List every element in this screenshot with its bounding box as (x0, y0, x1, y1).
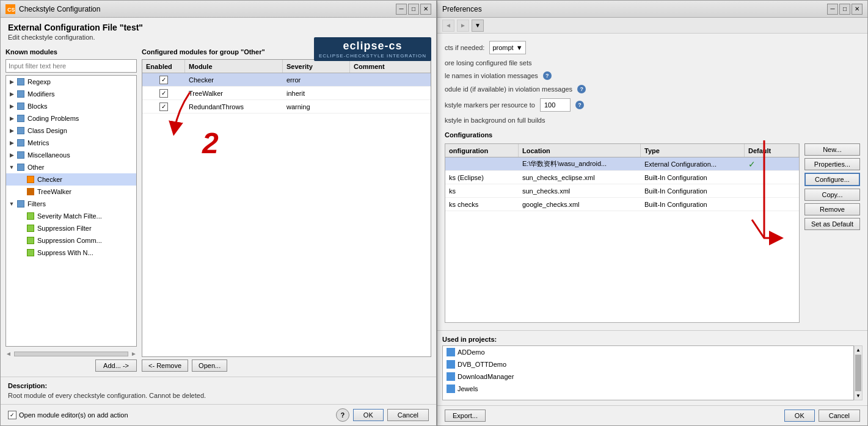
minimize-button[interactable]: ─ (396, 4, 407, 15)
expand-icon[interactable]: ▶ (7, 90, 16, 98)
pref-close-button[interactable]: ✕ (852, 4, 863, 15)
config-row[interactable]: E:\华数资料\wasu_android... External Configu… (445, 157, 799, 171)
cancel-button[interactable]: Cancel (387, 409, 429, 421)
tree-item-metrics[interactable]: ▶ Metrics (6, 137, 136, 149)
pref-maximize-button[interactable]: □ (839, 4, 850, 15)
config-td-type: Built-In Configuration (641, 173, 745, 182)
info-icon[interactable]: ? (543, 71, 552, 80)
ok-button[interactable]: OK (353, 409, 384, 421)
expand-icon[interactable]: ▶ (7, 102, 16, 110)
configurations-label: Configurations (445, 131, 860, 139)
table-row[interactable]: ✓ RedundantThrows warning (142, 100, 431, 114)
remove-button[interactable]: <- Remove (142, 359, 188, 372)
filter-icon (26, 223, 35, 233)
setting-row-rebuild: cts if needed: prompt ▼ (445, 41, 860, 54)
list-item[interactable]: DVB_OTTDemo (443, 358, 853, 370)
table-row[interactable]: ✓ Checker error (142, 73, 431, 87)
footer-checkbox[interactable]: ✓ (8, 411, 16, 419)
add-button[interactable]: Add... -> (95, 359, 137, 372)
config-td-type: Built-In Configuration (641, 186, 745, 196)
expand-icon[interactable]: ▶ (7, 139, 16, 147)
expand-icon[interactable]: ▶ (7, 78, 16, 86)
preferences-body: cts if needed: prompt ▼ ore losing confi… (437, 34, 867, 330)
rebuild-dropdown[interactable]: prompt ▼ (489, 41, 525, 54)
configurations-table: onfiguration Location Type Default E:\华数… (445, 143, 800, 323)
tree-item-severity-filter[interactable]: Severity Match Filte... (6, 210, 136, 222)
copy-button[interactable]: Copy... (804, 189, 860, 201)
module-icon (16, 77, 26, 87)
tree-item-suppression-filter[interactable]: Suppression Filter (6, 222, 136, 234)
expand-icon[interactable]: ▶ (7, 114, 16, 123)
config-td-default: ✓ (745, 158, 799, 170)
configure-button[interactable]: Configure... (804, 173, 860, 186)
new-button[interactable]: New... (804, 143, 860, 156)
footer-right: ? OK Cancel (336, 408, 429, 422)
info-icon[interactable]: ? (577, 85, 586, 93)
checkbox-enabled[interactable]: ✓ (159, 103, 168, 111)
tree-label-filters: Filters (27, 200, 46, 208)
config-row[interactable]: ks checks google_checks.xml Built-In Con… (445, 198, 799, 211)
tree-item-blocks[interactable]: ▶ Blocks (6, 100, 136, 112)
rebuild-label: cts if needed: (445, 44, 484, 51)
expand-icon[interactable]: ▶ (7, 151, 16, 159)
remove-button[interactable]: Remove (804, 203, 860, 215)
table-body[interactable]: ✓ Checker error ✓ TreeWalker (142, 73, 431, 356)
td-module: Checker (185, 75, 283, 85)
list-item[interactable]: Jewels (443, 383, 853, 395)
tree-label-regexp: Regexp (27, 78, 51, 85)
open-button[interactable]: Open... (192, 359, 227, 372)
close-button[interactable]: ✕ (420, 4, 431, 15)
nav-forward-button[interactable]: ► (457, 20, 469, 32)
used-in-projects-label: Used in projects: (442, 336, 863, 343)
config-table-body[interactable]: E:\华数资料\wasu_android... External Configu… (445, 157, 799, 211)
help-button[interactable]: ? (336, 408, 349, 422)
tree-label-checker: Checker (37, 176, 62, 183)
tree-item-coding-problems[interactable]: ▶ Coding Problems (6, 112, 136, 125)
pref-ok-button[interactable]: OK (784, 410, 815, 422)
used-in-projects-list[interactable]: ADDemo DVB_OTTDemo DownloadManager Jewel… (442, 345, 854, 400)
td-enabled: ✓ (142, 88, 185, 99)
tree-item-regexp[interactable]: ▶ Regexp (6, 76, 136, 88)
config-th-type: Type (641, 144, 745, 157)
markers-input[interactable] (540, 98, 571, 112)
tree-item-class-design[interactable]: ▶ Class Design (6, 125, 136, 137)
scroll-down-btn[interactable]: ▼ (855, 392, 862, 400)
checkbox-enabled[interactable]: ✓ (159, 89, 168, 98)
tree-item-checker[interactable]: Checker (6, 173, 136, 186)
checkbox-enabled[interactable]: ✓ (159, 76, 168, 84)
module-icon (16, 150, 26, 160)
left-panel-buttons: Add... -> (5, 359, 137, 372)
table-row[interactable]: ✓ TreeWalker inherit (142, 87, 431, 100)
scroll-thumb (855, 355, 861, 391)
tree-item-treewalker[interactable]: TreeWalker (6, 186, 136, 198)
expand-icon[interactable]: ▶ (7, 126, 16, 135)
tree-item-suppress-with-n[interactable]: Suppress With N... (6, 247, 136, 259)
config-section: onfiguration Location Type Default E:\华数… (445, 143, 860, 323)
pref-minimize-button[interactable]: ─ (827, 4, 838, 15)
tree-label-metrics: Metrics (27, 139, 49, 146)
expand-icon[interactable]: ▼ (7, 163, 16, 171)
modules-tree[interactable]: ▶ Regexp ▶ Modifiers ▶ Blocks (5, 75, 137, 347)
tree-item-other[interactable]: ▼ Other (6, 161, 136, 173)
nav-dropdown-button[interactable]: ▼ (472, 20, 484, 32)
list-item[interactable]: DownloadManager (443, 370, 853, 383)
info-icon[interactable]: ? (575, 101, 584, 109)
nav-back-button[interactable]: ◄ (442, 20, 454, 32)
scroll-up-btn[interactable]: ▲ (855, 346, 862, 354)
properties-button[interactable]: Properties... (804, 158, 860, 170)
set-default-button[interactable]: Set as Default (804, 218, 860, 230)
tree-item-suppression-comm[interactable]: Suppression Comm... (6, 234, 136, 247)
list-item[interactable]: ADDemo (443, 346, 853, 358)
file-names-label: le names in violation messages (445, 72, 538, 79)
maximize-button[interactable]: □ (408, 4, 419, 15)
filter-input[interactable] (5, 59, 137, 73)
used-list-scrollbar[interactable]: ▲ ▼ (854, 345, 863, 400)
tree-item-miscellaneous[interactable]: ▶ Miscellaneous (6, 149, 136, 161)
config-row[interactable]: ks (Eclipse) sun_checks_eclipse.xml Buil… (445, 171, 799, 184)
tree-item-modifiers[interactable]: ▶ Modifiers (6, 88, 136, 100)
export-button[interactable]: Export... (445, 410, 486, 422)
pref-cancel-button[interactable]: Cancel (819, 410, 860, 422)
config-row[interactable]: ks sun_checks.xml Built-In Configuration (445, 184, 799, 198)
tree-item-filters[interactable]: ▼ Filters (6, 198, 136, 210)
expand-icon[interactable]: ▼ (7, 200, 16, 208)
